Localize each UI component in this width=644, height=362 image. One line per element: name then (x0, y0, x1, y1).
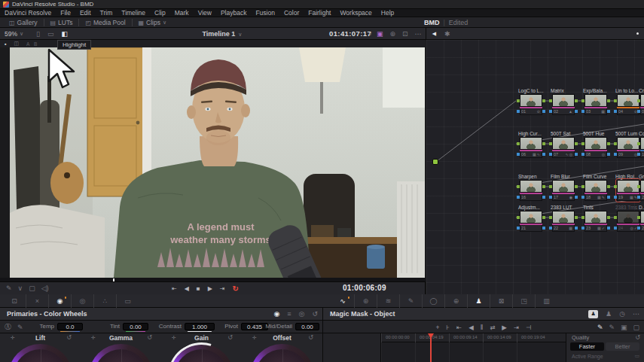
rgb-input-connector[interactable] (517, 142, 520, 145)
source-node[interactable] (432, 159, 438, 165)
tracker-icon[interactable]: ⊕ (444, 294, 467, 308)
chevron-down-icon[interactable]: ∨ (368, 28, 372, 40)
node-graph-menu-dot[interactable] (636, 32, 639, 35)
menu-color[interactable]: Color (279, 9, 304, 17)
wipe-icon[interactable]: ▭ (47, 30, 54, 38)
graph-node[interactable]: 500T Hue08◎ (582, 131, 609, 158)
playhead-cap[interactable] (428, 333, 434, 339)
stop-icon[interactable]: ■ (197, 285, 200, 292)
wheel-lift[interactable] (8, 344, 72, 362)
key-input-connector[interactable] (549, 196, 552, 199)
color-warper-icon[interactable]: ⊛ (354, 294, 377, 308)
last-frame-icon[interactable]: ⇥ (220, 285, 225, 292)
graph-node[interactable]: Gra...20 (638, 174, 644, 201)
key-output-connector[interactable] (575, 153, 578, 156)
remove-stroke-icon[interactable]: ✎ (609, 324, 615, 331)
menu-davinci-resolve[interactable]: DaVinci Resolve (0, 9, 56, 17)
rgb-input-connector[interactable] (614, 216, 617, 219)
rgb-output-connector[interactable] (542, 142, 545, 145)
wheels-mode-icon[interactable]: ◉ (273, 310, 279, 318)
more-options-icon[interactable]: ⋯ (633, 310, 639, 318)
play-forward-icon[interactable]: ▶ (208, 285, 212, 292)
rgb-input-connector[interactable] (637, 142, 640, 145)
menu-fusion[interactable]: Fusion (251, 9, 279, 17)
magic-mask-timeline[interactable]: 00:00:00:0000:00:04:1900:00:09:1400:00:1… (323, 333, 644, 362)
motion-effects-icon[interactable]: ▭ (116, 294, 139, 308)
wheel-offset[interactable] (250, 344, 314, 362)
reset-icon[interactable]: ↺ (66, 333, 72, 342)
key-output-connector[interactable] (575, 110, 578, 113)
audio-speaker-icon[interactable]: ◁) (41, 284, 49, 292)
reset-icon[interactable]: ↺ (312, 310, 318, 318)
camera-raw-icon[interactable]: ⊡ (3, 294, 26, 308)
expand-icon[interactable]: ⊡ (402, 30, 408, 38)
rgb-input-connector[interactable] (549, 99, 552, 102)
color-match-icon[interactable]: × (26, 294, 48, 308)
rgb-input-connector[interactable] (549, 142, 552, 145)
pan-tool-icon[interactable]: ✱ (444, 30, 450, 38)
split-compare-icon[interactable]: ◫ (14, 41, 19, 47)
rgb-input-connector[interactable] (549, 216, 552, 219)
menu-trim[interactable]: Trim (96, 9, 118, 17)
graph-node[interactable]: Matrix02▲ (550, 88, 577, 115)
graph-node[interactable]: D...25 (638, 205, 644, 232)
history-icon[interactable]: ◷ (619, 310, 625, 318)
mask-invert-icon[interactable]: ▢ (633, 324, 639, 331)
scrub-playhead[interactable] (113, 278, 114, 281)
quality-faster-button[interactable]: Faster (570, 342, 604, 351)
menu-fairlight[interactable]: Fairlight (304, 9, 335, 17)
timeline-selector[interactable]: Timeline 1∨ (181, 28, 264, 40)
key-input-connector[interactable] (637, 227, 640, 230)
rgb-input-connector[interactable] (517, 216, 520, 219)
media-pool-button[interactable]: ◰Media Pool (78, 19, 131, 26)
rgb-output-connector[interactable] (542, 216, 545, 219)
key-output-connector[interactable] (575, 227, 578, 230)
key-input-connector[interactable] (614, 110, 617, 113)
prev-keyframe-icon[interactable]: ⊦ (447, 324, 450, 331)
timeline-ruler[interactable]: 00:00:00:0000:00:04:1900:00:09:1400:00:1… (381, 333, 566, 342)
graph-node[interactable]: 2383 LUT22▦ (550, 205, 577, 232)
key-output-connector[interactable] (542, 153, 545, 156)
stereo-3d-icon[interactable]: ▥ (535, 294, 557, 308)
add-keyframe-icon[interactable]: + (436, 324, 440, 331)
rgb-input-connector[interactable] (637, 185, 640, 188)
track-bidirectional-icon[interactable]: ⇄ (490, 324, 495, 331)
graph-node[interactable]: LogC to L...01⊘ (517, 88, 545, 115)
menu-workspace[interactable]: Workspace (335, 9, 376, 17)
key-input-connector[interactable] (581, 153, 584, 156)
loop-icon[interactable]: ↻ (233, 284, 239, 293)
object-mask-icon[interactable]: ♟ (588, 310, 598, 318)
rgb-input-connector[interactable] (581, 185, 584, 188)
rgb-output-connector[interactable] (542, 185, 545, 188)
key-input-connector[interactable] (517, 227, 520, 230)
key-input-connector[interactable] (614, 153, 617, 156)
graph-node[interactable]: Con...10 (638, 131, 644, 158)
node-graph-panel[interactable]: LogC to L...01⊘Matrix02▲Exp/Bala...03▦Li… (426, 40, 644, 294)
rgb-output-connector[interactable] (575, 99, 578, 102)
track-forward-icon[interactable]: ▶ (502, 324, 507, 331)
key-input-connector[interactable] (614, 196, 617, 199)
add-stroke-icon[interactable]: ✎ (597, 324, 603, 331)
menu-mark[interactable]: Mark (170, 9, 194, 17)
menu-edit[interactable]: Edit (75, 9, 96, 17)
graph-node[interactable]: High Cur...06▦∿ (517, 131, 545, 158)
rgb-output-connector[interactable] (607, 99, 610, 102)
window-icon[interactable]: ◯ (422, 294, 444, 308)
first-frame-icon[interactable]: ⇤ (172, 285, 177, 292)
rgb-output-connector[interactable] (575, 142, 578, 145)
menu-timeline[interactable]: Timeline (117, 9, 150, 17)
menu-view[interactable]: View (194, 9, 216, 17)
menu-playback[interactable]: Playback (216, 9, 252, 17)
viewer-zoom-select[interactable]: 59% ∨ (5, 28, 23, 40)
color-wheels-icon[interactable]: ◉ (48, 294, 71, 308)
key-input-connector[interactable] (637, 110, 640, 113)
key-output-connector[interactable] (607, 153, 610, 156)
bars-mode-icon[interactable]: ≡ (287, 310, 291, 318)
track-back-icon[interactable]: ◀ (469, 324, 474, 331)
graph-node[interactable]: Film Blur17◉ (550, 174, 577, 201)
rgb-output-connector[interactable] (607, 142, 610, 145)
gallery-button[interactable]: ◫Gallery (3, 19, 44, 26)
luts-button[interactable]: ▤LUTs (44, 19, 79, 26)
play-reverse-icon[interactable]: ◀ (185, 285, 189, 292)
key-output-connector[interactable] (542, 227, 545, 230)
